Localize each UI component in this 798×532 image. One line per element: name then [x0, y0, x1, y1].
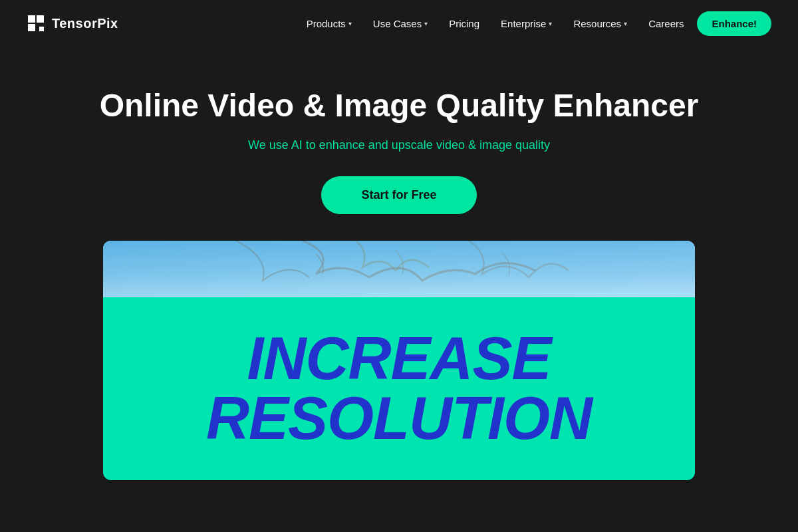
nav-label-careers: Careers	[648, 18, 684, 29]
demo-line2: RESOLUTION	[206, 388, 592, 448]
demo-bottom-panel: INCREASE RESOLUTION	[103, 297, 695, 480]
increase-resolution-text: INCREASE RESOLUTION	[206, 329, 592, 448]
chevron-down-icon: ▾	[348, 20, 352, 27]
nav-item-pricing[interactable]: Pricing	[441, 13, 487, 35]
nav-label-enterprise: Enterprise	[501, 18, 546, 29]
logo-icon	[27, 14, 45, 33]
nav-item-resources[interactable]: Resources ▾	[565, 13, 635, 35]
start-for-free-button[interactable]: Start for Free	[321, 176, 476, 214]
header: TensorPix Products ▾ Use Cases ▾ Pricing…	[0, 0, 798, 47]
svg-rect-0	[28, 15, 35, 23]
svg-rect-3	[39, 27, 44, 31]
svg-rect-5	[103, 241, 695, 297]
demo-top-image	[103, 241, 695, 297]
svg-rect-1	[37, 15, 44, 23]
chevron-down-icon: ▾	[624, 20, 627, 27]
demo-line1: INCREASE	[206, 329, 592, 388]
logo[interactable]: TensorPix	[27, 14, 118, 33]
logo-text: TensorPix	[52, 16, 118, 31]
hero-title: Online Video & Image Quality Enhancer	[100, 86, 699, 125]
demo-container: INCREASE RESOLUTION	[103, 241, 695, 480]
nav-item-enterprise[interactable]: Enterprise ▾	[493, 13, 560, 35]
nav: Products ▾ Use Cases ▾ Pricing Enterpris…	[299, 11, 771, 36]
nav-label-products: Products	[307, 18, 346, 29]
enhance-button[interactable]: Enhance!	[697, 11, 771, 36]
hero-section: Online Video & Image Quality Enhancer We…	[0, 47, 798, 241]
tree-overlay	[103, 241, 695, 297]
hero-subtitle: We use AI to enhance and upscale video &…	[248, 138, 550, 152]
nav-label-resources: Resources	[573, 18, 621, 29]
nav-label-usecases: Use Cases	[373, 18, 422, 29]
nav-item-products[interactable]: Products ▾	[299, 13, 360, 35]
svg-rect-2	[28, 24, 35, 31]
nav-label-pricing: Pricing	[449, 18, 479, 29]
chevron-down-icon: ▾	[424, 20, 428, 27]
nav-item-usecases[interactable]: Use Cases ▾	[365, 13, 436, 35]
chevron-down-icon: ▾	[549, 20, 552, 27]
nav-item-careers[interactable]: Careers	[640, 13, 692, 35]
